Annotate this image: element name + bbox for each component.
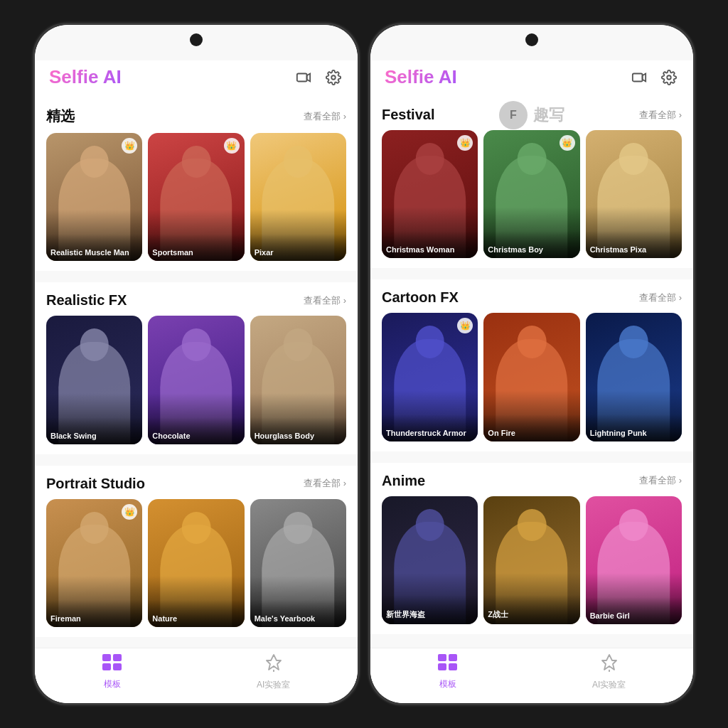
section-header: Festival F 趣写 查看全部 › xyxy=(370,107,693,130)
section-title: 精选 xyxy=(46,107,75,126)
cards-row: 新世界海盗Z战士Barbie Girl xyxy=(370,496,693,630)
card-label: Christmas Pixa xyxy=(586,231,682,258)
app-header: Selfie AI xyxy=(35,60,358,97)
card-male-yearbook[interactable]: Male's Yearbook xyxy=(250,499,346,627)
section-more[interactable]: 查看全部 › xyxy=(304,110,346,123)
card-label: Realistic Muscle Man xyxy=(46,234,142,261)
settings-icon[interactable] xyxy=(323,68,343,87)
card-new-world-pirate[interactable]: 新世界海盗 xyxy=(382,496,478,624)
bottom-nav: 模板 AI实验室 xyxy=(35,648,358,703)
cards-row: 👑Thunderstruck ArmorOn FireLightning Pun… xyxy=(370,313,693,446)
card-xmas-pixa[interactable]: Christmas Pixa xyxy=(586,130,682,258)
card-pixar[interactable]: Pixar xyxy=(250,133,346,261)
app-title: Selfie AI xyxy=(385,66,457,88)
nav-icon-ai-lab xyxy=(601,653,618,676)
nav-label-templates: 模板 xyxy=(439,678,456,690)
card-label: Pixar xyxy=(250,234,346,261)
section-title: Portrait Studio xyxy=(46,476,145,492)
section-cartoon-fx: Cartoon FX查看全部 ›👑Thunderstruck ArmorOn F… xyxy=(370,279,693,451)
card-barbie-girl[interactable]: Barbie Girl xyxy=(586,496,682,624)
card-xmas-woman[interactable]: 👑Christmas Woman xyxy=(382,130,478,258)
card-label: Male's Yearbook xyxy=(250,600,346,627)
bottom-nav: 模板 AI实验室 xyxy=(370,648,693,703)
card-hourglass[interactable]: Hourglass Body xyxy=(250,316,346,444)
svg-rect-3 xyxy=(102,663,111,670)
section-more[interactable]: 查看全部 › xyxy=(304,294,346,307)
card-nature[interactable]: Nature xyxy=(148,499,244,627)
nav-templates[interactable]: 模板 xyxy=(438,654,458,690)
card-thunderstruck[interactable]: 👑Thunderstruck Armor xyxy=(382,313,478,441)
section-featured: 精选查看全部 ›👑Realistic Muscle Man👑SportsmanP… xyxy=(35,97,358,271)
card-label: Christmas Boy xyxy=(483,231,579,258)
card-label: Thunderstruck Armor xyxy=(382,414,478,441)
phones-container: Selfie AI 精选查看全部 ›👑Realistic Muscle Man👑… xyxy=(18,9,710,719)
card-label: Barbie Girl xyxy=(586,597,682,624)
header-icons xyxy=(629,68,679,87)
crown-icon: 👑 xyxy=(224,138,240,154)
card-label: 新世界海盗 xyxy=(382,595,478,624)
svg-point-1 xyxy=(331,75,336,80)
svg-rect-11 xyxy=(449,654,457,661)
nav-label-ai-lab: AI实验室 xyxy=(592,679,626,691)
nav-icon-ai-lab xyxy=(265,653,282,676)
card-label: Z战士 xyxy=(483,595,579,624)
phone-left: Selfie AI 精选查看全部 ›👑Realistic Muscle Man👑… xyxy=(33,23,360,705)
video-icon[interactable] xyxy=(629,68,649,87)
card-black-swing[interactable]: Black Swing xyxy=(46,316,142,444)
section-more[interactable]: 查看全部 › xyxy=(639,109,682,122)
svg-rect-7 xyxy=(633,73,643,81)
section-more[interactable]: 查看全部 › xyxy=(304,477,346,490)
section-header: Anime查看全部 › xyxy=(370,473,693,496)
section-more[interactable]: 查看全部 › xyxy=(639,474,682,487)
svg-rect-0 xyxy=(297,73,307,81)
video-icon[interactable] xyxy=(294,68,314,87)
section-festival: Festival F 趣写 查看全部 ›👑Christmas Woman👑Chr… xyxy=(370,97,693,268)
card-on-fire[interactable]: On Fire xyxy=(483,313,579,441)
section-more[interactable]: 查看全部 › xyxy=(639,291,682,304)
card-chocolate[interactable]: Chocolate xyxy=(148,316,244,444)
card-xmas-boy[interactable]: 👑Christmas Boy xyxy=(483,130,579,258)
card-fireman[interactable]: 👑Fireman xyxy=(46,499,142,627)
section-anime: Anime查看全部 ›新世界海盗Z战士Barbie Girl xyxy=(370,463,693,634)
crown-icon: 👑 xyxy=(560,135,575,151)
nav-templates[interactable]: 模板 xyxy=(102,654,122,690)
svg-rect-4 xyxy=(113,654,122,661)
section-title: Anime xyxy=(382,473,425,489)
svg-point-8 xyxy=(667,75,671,80)
nav-ai-lab[interactable]: AI实验室 xyxy=(592,653,626,691)
section-header: Cartoon FX查看全部 › xyxy=(370,289,693,313)
cards-row: Black SwingChocolateHourglass Body xyxy=(35,316,358,449)
section-header: Portrait Studio查看全部 › xyxy=(35,476,358,499)
svg-rect-2 xyxy=(102,654,111,661)
section-realistic-fx: Realistic FX查看全部 ›Black SwingChocolateHo… xyxy=(35,282,358,454)
section-title: Festival xyxy=(382,107,434,123)
card-label: Fireman xyxy=(46,600,142,627)
svg-rect-12 xyxy=(449,663,457,670)
card-label: Black Swing xyxy=(46,417,142,444)
section-portrait-studio: Portrait Studio查看全部 ›👑FiremanNatureMale'… xyxy=(35,466,358,637)
card-label: Lightning Punk xyxy=(586,414,682,441)
card-sportsman[interactable]: 👑Sportsman xyxy=(148,133,244,261)
section-title: Realistic FX xyxy=(46,292,127,309)
nav-ai-lab[interactable]: AI实验室 xyxy=(257,653,290,691)
settings-icon[interactable] xyxy=(659,68,679,87)
card-label: Sportsman xyxy=(148,234,244,261)
nav-label-ai-lab: AI实验室 xyxy=(257,679,290,691)
nav-icon-templates xyxy=(438,654,458,675)
svg-rect-9 xyxy=(438,654,446,661)
cards-row: 👑Christmas Woman👑Christmas BoyChristmas … xyxy=(370,130,693,264)
nav-label-templates: 模板 xyxy=(104,678,121,690)
app-title: Selfie AI xyxy=(49,66,122,88)
section-header: Realistic FX查看全部 › xyxy=(35,292,358,316)
watermark-text: 趣写 xyxy=(533,105,564,126)
card-lightning-punk[interactable]: Lightning Punk xyxy=(586,313,682,441)
svg-rect-5 xyxy=(113,663,122,670)
nav-icon-templates xyxy=(102,654,122,675)
cards-row: 👑FiremanNatureMale's Yearbook xyxy=(35,499,358,633)
card-z-warrior[interactable]: Z战士 xyxy=(483,496,579,624)
card-muscle-man[interactable]: 👑Realistic Muscle Man xyxy=(46,133,142,261)
section-title: Cartoon FX xyxy=(382,289,459,306)
app-header: Selfie AI xyxy=(370,60,693,97)
notch xyxy=(190,33,203,46)
header-icons xyxy=(294,68,343,87)
